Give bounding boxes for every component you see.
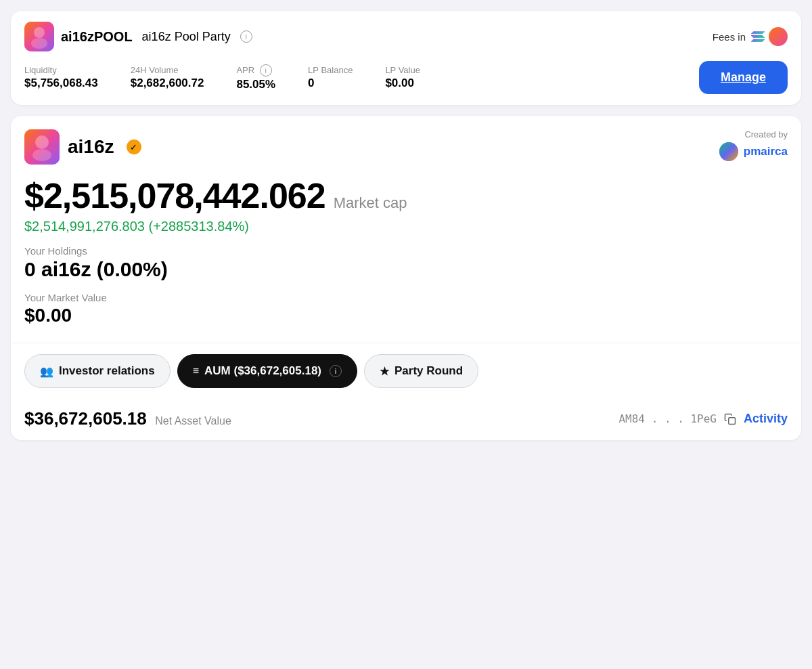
svg-point-5: [32, 149, 51, 161]
aum-info-icon[interactable]: i: [330, 365, 342, 377]
market-cap-row: $2,515,078,442.062 Market cap: [24, 175, 788, 216]
copy-icon[interactable]: [723, 412, 737, 426]
token-header: ai16z ✓ Created by: [24, 129, 788, 165]
pool-card-header: ai16zPOOL ai16z Pool Party i Fees in: [24, 22, 788, 51]
created-by-label: Created by: [719, 129, 788, 139]
pool-info-icon[interactable]: i: [240, 30, 252, 43]
liquidity-value: $5,756,068.43: [24, 77, 98, 90]
lp-value-value: $0.00: [385, 77, 420, 90]
svg-point-2: [31, 38, 47, 49]
tab-investor-relations[interactable]: 👥 Investor relations: [24, 354, 171, 388]
tab-party-round[interactable]: ★ Party Round: [364, 354, 478, 388]
volume-value: $2,682,600.72: [131, 77, 204, 90]
pool-title-group: ai16zPOOL ai16z Pool Party i: [24, 22, 252, 51]
pool-card: ai16zPOOL ai16z Pool Party i Fees in: [11, 11, 801, 105]
pool-sub-name: ai16z Pool Party: [142, 30, 231, 44]
apr-value: 85.05%: [236, 78, 275, 91]
holdings-label: Your Holdings: [24, 245, 788, 257]
token-avatar: [24, 129, 60, 165]
market-value-section: Your Market Value $0.00: [24, 292, 788, 326]
fees-label: Fees in: [713, 31, 746, 43]
investor-relations-icon: 👥: [40, 365, 53, 378]
svg-point-1: [34, 27, 45, 38]
lp-value-label: LP Value: [385, 65, 420, 75]
lp-balance-label: LP Balance: [308, 65, 353, 75]
tab-aum-label: AUM ($36,672,605.18): [204, 364, 321, 378]
apr-info-icon[interactable]: i: [260, 64, 272, 77]
apr-stat: APR i 85.05%: [236, 64, 275, 91]
footer-right: AM84 . . . 1PeG Activity: [618, 412, 788, 426]
creator-link[interactable]: pmairca: [744, 145, 788, 158]
volume-stat: 24H Volume $2,682,600.72: [131, 65, 204, 90]
liquidity-label: Liquidity: [24, 65, 98, 75]
svg-point-4: [35, 135, 49, 149]
tab-party-round-label: Party Round: [394, 364, 463, 378]
lp-balance-value: 0: [308, 77, 353, 90]
lp-value-stat: LP Value $0.00: [385, 65, 420, 90]
token-name: ai16z: [68, 136, 114, 158]
svg-rect-7: [729, 417, 736, 424]
verified-badge: ✓: [127, 139, 141, 154]
fees-icons: [751, 27, 788, 46]
party-round-icon: ★: [380, 365, 389, 378]
created-by-section: Created by: [719, 129, 788, 161]
tab-aum[interactable]: ≡ AUM ($36,672,605.18) i: [177, 354, 357, 388]
token-identity: ai16z ✓: [24, 129, 141, 165]
creator-avatar: [719, 142, 738, 161]
volume-label: 24H Volume: [131, 65, 204, 75]
aum-icon: ≡: [193, 365, 199, 377]
market-value-label: Your Market Value: [24, 292, 788, 303]
activity-link[interactable]: Activity: [744, 412, 788, 426]
nav-value: $36,672,605.18: [24, 408, 147, 429]
pool-name: ai16zPOOL: [61, 29, 133, 45]
wallet-address: AM84 . . . 1PeG: [618, 412, 717, 425]
tab-investor-relations-label: Investor relations: [59, 364, 155, 378]
svg-point-6: [719, 142, 738, 161]
holdings-value: 0 ai16z (0.00%): [24, 258, 788, 281]
holdings-section: Your Holdings 0 ai16z (0.00%): [24, 245, 788, 281]
market-cap-value: $2,515,078,442.062: [24, 175, 325, 216]
main-content: ai16z ✓ Created by: [11, 116, 801, 440]
market-cap-section: $2,515,078,442.062 Market cap $2,514,991…: [24, 175, 788, 234]
creator-row: pmairca: [719, 142, 788, 161]
bottom-tabs: 👥 Investor relations ≡ AUM ($36,672,605.…: [11, 343, 801, 399]
footer-row: $36,672,605.18 Net Asset Value AM84 . . …: [24, 399, 788, 440]
apr-label: APR i: [236, 64, 275, 77]
nav-label: Net Asset Value: [155, 415, 231, 427]
price-change: $2,514,991,276.803 (+2885313.84%): [24, 219, 788, 234]
pool-avatar: [24, 22, 54, 51]
liquidity-stat: Liquidity $5,756,068.43: [24, 65, 98, 90]
lp-balance-stat: LP Balance 0: [308, 65, 353, 90]
solana-icon: [751, 30, 765, 43]
nav-section: $36,672,605.18 Net Asset Value: [24, 408, 231, 429]
fees-group: Fees in: [713, 27, 788, 46]
pool-stats: Liquidity $5,756,068.43 24H Volume $2,68…: [24, 61, 788, 94]
market-cap-label: Market cap: [334, 194, 407, 212]
fee-avatar: [769, 27, 788, 46]
market-value-amount: $0.00: [24, 305, 788, 326]
manage-button[interactable]: Manage: [699, 61, 788, 94]
